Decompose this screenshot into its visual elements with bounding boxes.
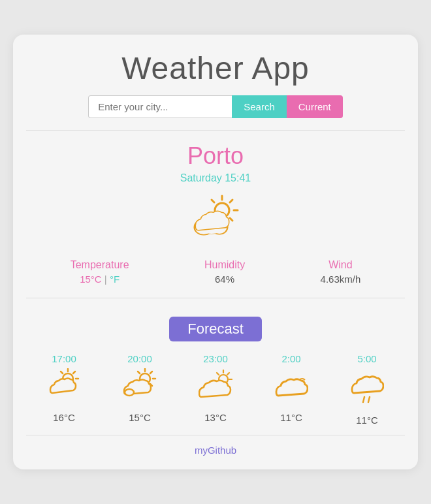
svg-line-30 — [363, 397, 364, 402]
search-row: Search Current — [26, 95, 405, 118]
temperature-label: Temperature — [71, 259, 129, 271]
forecast-item-2: 23:00 13°C — [178, 353, 253, 423]
forecast-icon-0 — [26, 368, 102, 408]
svg-line-26 — [227, 373, 229, 375]
wind-label: Wind — [321, 259, 361, 271]
forecast-time-2: 23:00 — [178, 353, 253, 364]
forecast-item-4: 5:00 11°C — [329, 353, 405, 426]
forecast-time-0: 17:00 — [26, 353, 102, 364]
svg-point-24 — [125, 389, 134, 396]
city-input[interactable] — [88, 95, 232, 118]
forecast-item-1: 20:00 — [102, 353, 178, 423]
current-button[interactable]: Current — [287, 95, 343, 118]
app-title: Weather App — [26, 50, 405, 86]
temp-celsius[interactable]: 15°C — [80, 274, 102, 285]
humidity-stat: Humidity 64% — [204, 259, 245, 285]
wind-value: 4.63km/h — [321, 274, 361, 285]
weather-section: Porto Saturday 15:41 — [26, 142, 405, 298]
forecast-time-4: 5:00 — [329, 353, 405, 364]
svg-line-28 — [217, 373, 219, 375]
forecast-icon-3 — [253, 368, 329, 408]
header-section: Weather App Search Current — [26, 50, 405, 118]
temp-fahrenheit[interactable]: °F — [110, 274, 120, 285]
svg-line-1 — [230, 200, 232, 202]
forecast-item-3: 2:00 11°C — [253, 353, 329, 423]
forecast-item-0: 17:00 16°C — [26, 353, 102, 423]
forecast-items: 17:00 16°C — [26, 353, 405, 426]
svg-line-22 — [138, 371, 140, 373]
temperature-stat: Temperature 15°C | °F — [71, 259, 129, 285]
forecast-time-1: 20:00 — [102, 353, 178, 364]
forecast-icon-2 — [178, 368, 253, 408]
city-name: Porto — [33, 142, 398, 170]
temp-sep: | — [102, 274, 110, 285]
forecast-section: Forecast 17:00 — [26, 310, 405, 426]
svg-line-19 — [150, 371, 152, 373]
forecast-time-3: 2:00 — [253, 353, 329, 364]
forecast-header: Forecast — [26, 317, 405, 341]
humidity-value: 64% — [204, 274, 245, 285]
app-container: Weather App Search Current Porto Saturda… — [13, 35, 418, 469]
forecast-icon-1 — [102, 368, 178, 408]
forecast-temp-3: 11°C — [253, 412, 329, 423]
svg-line-16 — [61, 371, 63, 373]
wind-stat: Wind 4.63km/h — [321, 259, 361, 285]
svg-line-4 — [212, 200, 214, 202]
forecast-badge: Forecast — [169, 317, 262, 341]
forecast-divider — [26, 298, 405, 298]
forecast-temp-4: 11°C — [329, 415, 405, 426]
forecast-temp-2: 13°C — [178, 412, 253, 423]
date-time: Saturday 15:41 — [33, 172, 398, 184]
forecast-icon-4 — [329, 368, 405, 411]
footer-section: myGithub — [26, 435, 405, 456]
svg-line-13 — [73, 371, 75, 373]
svg-line-3 — [230, 218, 232, 221]
search-button[interactable]: Search — [232, 95, 287, 118]
svg-line-31 — [368, 397, 370, 402]
temperature-value: 15°C | °F — [71, 274, 129, 285]
main-weather-icon — [33, 195, 398, 249]
weather-stats: Temperature 15°C | °F Humidity 64% Wind … — [33, 259, 398, 285]
github-link[interactable]: myGithub — [195, 445, 236, 456]
humidity-label: Humidity — [204, 259, 245, 271]
forecast-temp-1: 15°C — [102, 412, 178, 423]
forecast-temp-0: 16°C — [26, 412, 102, 423]
header-divider — [26, 130, 405, 131]
